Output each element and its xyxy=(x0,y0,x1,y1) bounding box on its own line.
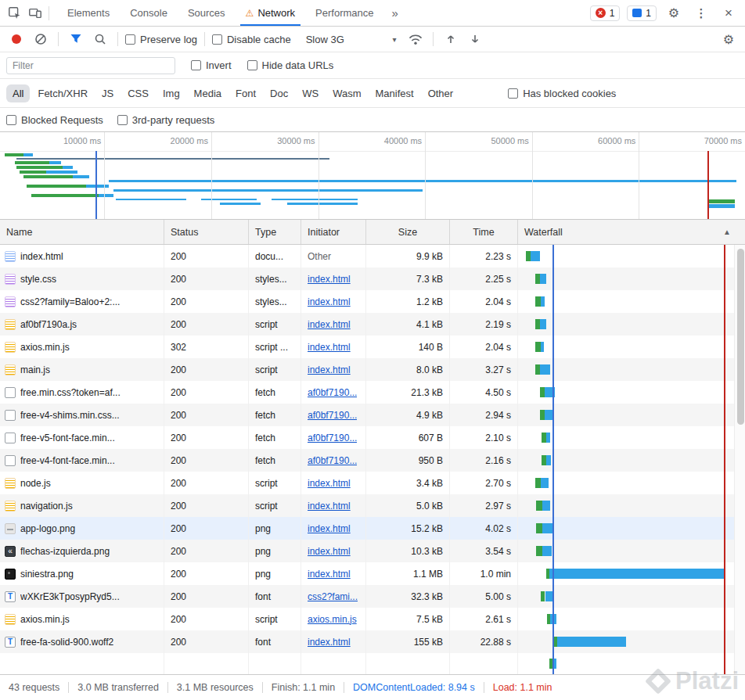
tab-console[interactable]: Console xyxy=(120,0,178,26)
disable-cache-checkbox[interactable]: Disable cache xyxy=(212,34,291,45)
tab-elements[interactable]: Elements xyxy=(57,0,120,26)
fetch-icon xyxy=(5,387,16,398)
filter-toggle-button[interactable] xyxy=(66,29,86,49)
console-messages-badge[interactable]: 1 xyxy=(627,5,657,21)
initiator-link[interactable]: index.html xyxy=(308,364,351,375)
column-header-type[interactable]: Type xyxy=(249,220,301,244)
dom-content-loaded-time: DOMContentLoaded: 8.94 s xyxy=(344,682,484,693)
table-row-main-js[interactable]: main.js200scriptindex.html8.0 kB3.27 s xyxy=(0,358,734,381)
clear-network-log-button[interactable] xyxy=(31,29,51,49)
column-header-time[interactable]: Time xyxy=(450,220,518,244)
filter-type-img[interactable]: Img xyxy=(157,84,186,102)
column-header-status[interactable]: Status xyxy=(164,220,249,244)
table-row-free-v4-font-face-min[interactable]: free-v4-font-face.min...200fetchaf0bf719… xyxy=(0,449,734,472)
initiator-link[interactable]: index.html xyxy=(308,478,351,489)
filter-type-css[interactable]: CSS xyxy=(121,84,155,102)
toggle-device-toolbar-button[interactable] xyxy=(25,3,45,23)
scrollbar[interactable] xyxy=(734,245,745,674)
filter-input[interactable] xyxy=(6,57,175,74)
filter-type-media[interactable]: Media xyxy=(188,84,228,102)
table-row-free-fa-solid-900-woff2[interactable]: free-fa-solid-900.woff2200fontindex.html… xyxy=(0,630,734,653)
tab-network[interactable]: ⚠Network xyxy=(236,0,305,26)
table-row-css2-family-baloo-2[interactable]: css2?family=Baloo+2:...200styles...index… xyxy=(0,290,734,313)
initiator-link[interactable]: af0bf7190... xyxy=(308,387,357,398)
third-party-requests-checkbox[interactable]: 3rd-party requests xyxy=(117,114,215,126)
settings-gear-icon[interactable]: ⚙ xyxy=(664,3,684,23)
tab-sources[interactable]: Sources xyxy=(178,0,236,26)
table-row-flechas-izquierda-png[interactable]: flechas-izquierda.png200pngindex.html10.… xyxy=(0,540,734,562)
overview-gridline xyxy=(319,132,319,219)
filter-type-ws[interactable]: WS xyxy=(296,84,325,102)
column-header-size[interactable]: Size xyxy=(366,220,450,244)
table-row-af0bf7190a-js[interactable]: af0bf7190a.js200scriptindex.html4.1 kB2.… xyxy=(0,313,734,336)
js-icon xyxy=(5,501,16,512)
initiator-link[interactable]: index.html xyxy=(308,569,351,580)
export-har-button[interactable] xyxy=(465,29,485,49)
console-errors-badge[interactable]: 1 xyxy=(590,5,621,21)
initiator-link[interactable]: index.html xyxy=(308,274,351,285)
has-blocked-cookies-checkbox[interactable]: Has blocked cookies xyxy=(508,88,616,99)
table-row-style-css[interactable]: style.css200styles...index.html7.3 kB2.2… xyxy=(0,267,734,290)
filter-type-all[interactable]: All xyxy=(6,84,30,102)
preserve-log-checkbox[interactable]: Preserve log xyxy=(125,34,197,45)
filter-type-other[interactable]: Other xyxy=(422,84,460,102)
initiator-link[interactable]: af0bf7190... xyxy=(308,455,357,466)
request-name: app-logo.png xyxy=(20,523,75,534)
table-row-partial[interactable] xyxy=(0,653,734,674)
column-header-waterfall[interactable]: Waterfall▲ xyxy=(518,220,745,244)
initiator-link[interactable]: index.html xyxy=(308,501,351,512)
initiator-link[interactable]: index.html xyxy=(308,319,351,330)
column-header-initiator[interactable]: Initiator xyxy=(301,220,366,244)
kebab-menu-icon[interactable]: ⋮ xyxy=(691,3,711,23)
table-row-free-min-css-token-af[interactable]: free.min.css?token=af...200fetchaf0bf719… xyxy=(0,381,734,404)
initiator-link[interactable]: af0bf7190... xyxy=(308,433,357,443)
table-row-app-logo-png[interactable]: app-logo.png200pngindex.html15.2 kB4.02 … xyxy=(0,517,734,540)
more-tabs-button[interactable]: » xyxy=(383,6,405,20)
initiator-link[interactable]: index.html xyxy=(308,523,351,534)
invert-checkbox[interactable]: Invert xyxy=(191,59,232,71)
filter-type-wasm[interactable]: Wasm xyxy=(326,84,367,102)
cell-initiator: index.html xyxy=(301,517,366,540)
load-marker-line xyxy=(707,151,709,219)
cell-name: style.css xyxy=(0,267,164,290)
initiator-link[interactable]: af0bf7190... xyxy=(308,410,357,421)
initiator-link[interactable]: axios.min.js xyxy=(308,614,357,625)
table-row-axios-min-js[interactable]: axios.min.js302script ...index.html140 B… xyxy=(0,336,734,358)
waterfall-bar-segment xyxy=(542,523,553,533)
network-settings-gear-icon[interactable]: ⚙ xyxy=(718,29,739,49)
inspect-element-button[interactable] xyxy=(5,3,25,23)
table-row-axios-min-js[interactable]: axios.min.js200scriptaxios.min.js7.5 kB2… xyxy=(0,608,734,630)
table-row-free-v4-shims-min-css[interactable]: free-v4-shims.min.css...200fetchaf0bf719… xyxy=(0,404,734,426)
initiator-link[interactable]: index.html xyxy=(308,296,351,307)
network-conditions-button[interactable] xyxy=(405,29,426,49)
initiator-link[interactable]: css2?fami... xyxy=(308,591,358,602)
filter-type-fetch-xhr[interactable]: Fetch/XHR xyxy=(31,84,94,102)
cell-status: 200 xyxy=(164,358,249,381)
close-devtools-button[interactable]: × xyxy=(718,3,739,23)
table-row-navigation-js[interactable]: navigation.js200scriptindex.html5.0 kB2.… xyxy=(0,494,734,517)
table-row-siniestra-png[interactable]: siniestra.png200pngindex.html1.1 MB1.0 m… xyxy=(0,562,734,585)
table-row-wxkre3ktposypryd5[interactable]: wXKrE3kTposypRyd5...200fontcss2?fami...3… xyxy=(0,585,734,608)
filter-type-manifest[interactable]: Manifest xyxy=(369,84,419,102)
filter-type-js[interactable]: JS xyxy=(95,84,120,102)
blocked-requests-checkbox[interactable]: Blocked Requests xyxy=(6,114,103,126)
scrollbar-thumb[interactable] xyxy=(737,249,744,425)
table-row-node-js[interactable]: node.js200scriptindex.html3.4 kB2.70 s xyxy=(0,472,734,494)
search-button[interactable] xyxy=(90,29,110,49)
filter-type-font[interactable]: Font xyxy=(229,84,262,102)
hide-data-urls-checkbox[interactable]: Hide data URLs xyxy=(247,59,334,71)
initiator-link[interactable]: index.html xyxy=(308,342,351,353)
throttling-dropdown[interactable]: Slow 3G ▾ xyxy=(301,31,401,48)
import-har-button[interactable] xyxy=(441,29,461,49)
tab-performance[interactable]: Performance xyxy=(305,0,383,26)
table-row-free-v5-font-face-min[interactable]: free-v5-font-face.min...200fetchaf0bf719… xyxy=(0,426,734,449)
record-network-log-button[interactable] xyxy=(6,29,27,49)
waterfall-bar-segment xyxy=(541,296,545,307)
network-overview-timeline[interactable]: 10000 ms20000 ms30000 ms40000 ms50000 ms… xyxy=(0,132,745,220)
column-header-name[interactable]: Name xyxy=(0,220,164,244)
initiator-link[interactable]: index.html xyxy=(308,546,351,557)
filter-type-doc[interactable]: Doc xyxy=(264,84,294,102)
table-row-index-html[interactable]: index.html200docu...Other9.9 kB2.23 s xyxy=(0,245,734,267)
initiator-link[interactable]: index.html xyxy=(308,637,351,648)
font-icon xyxy=(5,591,16,602)
